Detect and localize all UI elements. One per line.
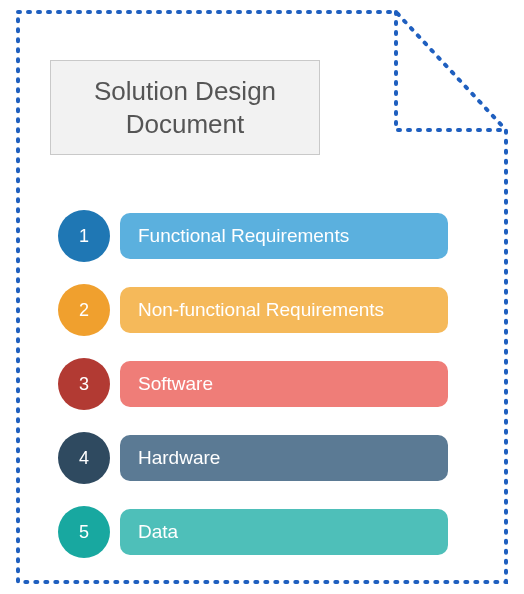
list-item: 3 Software [58, 358, 458, 410]
list-item: 5 Data [58, 506, 458, 558]
item-number-badge: 4 [58, 432, 110, 484]
item-label-bar: Hardware [120, 435, 448, 481]
item-label-bar: Data [120, 509, 448, 555]
item-label-bar: Functional Requirements [120, 213, 448, 259]
item-number-badge: 1 [58, 210, 110, 262]
list-item: 2 Non-functional Requirements [58, 284, 458, 336]
list-item: 1 Functional Requirements [58, 210, 458, 262]
item-number-badge: 3 [58, 358, 110, 410]
document-title: Solution Design Document [59, 75, 311, 140]
item-number-badge: 5 [58, 506, 110, 558]
title-box: Solution Design Document [50, 60, 320, 155]
item-label-bar: Software [120, 361, 448, 407]
item-number-badge: 2 [58, 284, 110, 336]
list-item: 4 Hardware [58, 432, 458, 484]
item-label-bar: Non-functional Requirements [120, 287, 448, 333]
items-list: 1 Functional Requirements 2 Non-function… [58, 210, 458, 580]
